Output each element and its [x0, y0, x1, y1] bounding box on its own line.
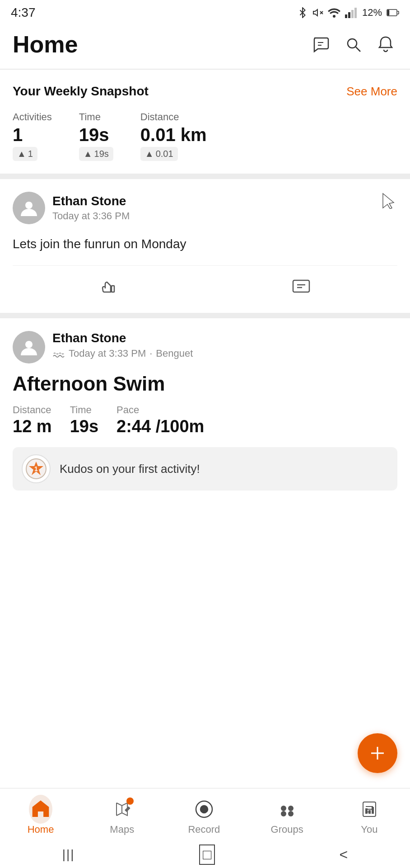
snapshot-header: Your Weekly Snapshot See More — [13, 84, 397, 99]
post-actions — [13, 265, 397, 304]
activity-pace-value: 2:44 /100m — [116, 417, 204, 436]
up-arrow-icon: ▲ — [145, 149, 154, 159]
svg-text:1: 1 — [34, 465, 38, 472]
activity-stats: Distance 12 m Time 19s Pace 2:44 /100m — [13, 404, 397, 436]
svg-point-30 — [200, 806, 208, 813]
svg-point-32 — [288, 806, 294, 811]
post-header: Ethan Stone Today at 3:36 PM — [13, 192, 397, 224]
stat-activities-value: 1 — [13, 125, 52, 145]
svg-point-31 — [281, 806, 286, 811]
activity-dot: · — [149, 348, 152, 359]
up-arrow-icon: ▲ — [84, 149, 93, 159]
nav-home-label: Home — [28, 824, 54, 835]
stat-time: Time 19s ▲ 19s — [79, 111, 113, 161]
nav-item-record[interactable]: Record — [181, 796, 227, 837]
nav-record-label: Record — [188, 824, 220, 835]
status-bar: 4:37 12% — [0, 0, 410, 24]
like-button[interactable] — [81, 273, 137, 300]
system-menu-button[interactable]: ||| — [62, 847, 75, 862]
svg-rect-18 — [112, 286, 114, 292]
bluetooth-icon — [297, 7, 308, 18]
stat-activities: Activities 1 ▲ 1 — [13, 111, 52, 161]
snapshot-stats: Activities 1 ▲ 1 Time 19s ▲ 19s Distance… — [13, 111, 397, 161]
mute-icon — [312, 7, 323, 18]
fab-add-button[interactable] — [358, 733, 397, 773]
nav-you-icon — [358, 797, 381, 821]
stat-distance-change: ▲ 0.01 — [140, 147, 178, 161]
nav-you-label: You — [361, 824, 377, 835]
system-back-button[interactable]: < — [340, 846, 348, 863]
section-divider-1 — [0, 174, 410, 179]
maps-notification-dot — [126, 797, 134, 805]
cursor-icon — [379, 192, 397, 210]
header-actions — [309, 33, 397, 56]
svg-rect-4 — [345, 14, 347, 18]
bottom-navigation: Home Maps Record — [0, 788, 410, 841]
system-home-button[interactable]: □ — [199, 844, 215, 865]
svg-marker-0 — [313, 9, 317, 16]
post-card: Ethan Stone Today at 3:36 PM Lets join t… — [0, 179, 410, 313]
snapshot-title: Your Weekly Snapshot — [13, 84, 149, 99]
battery-text: 12% — [362, 7, 382, 19]
notification-button[interactable] — [374, 33, 397, 56]
nav-groups-icon — [275, 797, 299, 821]
svg-rect-41 — [372, 807, 374, 814]
page-title: Home — [13, 31, 78, 58]
page-header: Home — [0, 24, 410, 69]
activity-time-value: 19s — [70, 417, 98, 436]
svg-rect-40 — [368, 810, 371, 814]
svg-point-33 — [281, 811, 286, 816]
svg-point-3 — [333, 15, 335, 18]
svg-rect-7 — [354, 8, 357, 18]
nav-item-home[interactable]: Home — [18, 796, 63, 837]
snapshot-section: Your Weekly Snapshot See More Activities… — [0, 70, 410, 174]
svg-rect-5 — [348, 12, 350, 18]
svg-rect-9 — [388, 10, 389, 15]
comment-button[interactable] — [273, 273, 329, 300]
stat-distance: Distance 0.01 km ▲ 0.01 — [140, 111, 207, 161]
nav-item-maps[interactable]: Maps — [99, 796, 144, 837]
badge-banner: 1 Kudos on your first activity! — [13, 447, 397, 491]
activity-distance-value: 12 m — [13, 417, 52, 436]
system-nav-bar: ||| □ < — [0, 841, 410, 868]
battery-icon — [387, 7, 399, 18]
search-button[interactable] — [341, 33, 365, 56]
activity-title: Afternoon Swim — [13, 373, 397, 395]
svg-point-15 — [348, 39, 357, 48]
nav-item-groups[interactable]: Groups — [264, 796, 311, 837]
activity-stat-time: Time 19s — [70, 404, 98, 436]
activity-time: Today at 3:33 PM — [69, 348, 146, 359]
post-user: Ethan Stone Today at 3:36 PM — [13, 192, 130, 224]
activity-meta: Today at 3:33 PM · Benguet — [52, 347, 193, 360]
stat-activities-label: Activities — [13, 111, 52, 123]
section-divider-2 — [0, 313, 410, 318]
activity-time-label: Time — [70, 404, 98, 416]
svg-point-22 — [25, 341, 33, 348]
stat-distance-value: 0.01 km — [140, 125, 207, 145]
activity-distance-label: Distance — [13, 404, 52, 416]
activity-stat-distance: Distance 12 m — [13, 404, 52, 436]
svg-rect-19 — [293, 280, 309, 292]
chat-button[interactable] — [309, 33, 332, 56]
see-more-button[interactable]: See More — [346, 85, 397, 99]
post-time: Today at 3:36 PM — [52, 210, 130, 222]
activity-user-info: Ethan Stone Today at 3:33 PM · Benguet — [52, 331, 193, 360]
up-arrow-icon: ▲ — [17, 149, 26, 159]
svg-rect-39 — [365, 808, 368, 814]
badge-icon: 1 — [22, 454, 51, 483]
activity-username: Ethan Stone — [52, 331, 193, 345]
post-user-info: Ethan Stone Today at 3:36 PM — [52, 194, 130, 222]
nav-maps-label: Maps — [110, 824, 134, 835]
nav-groups-label: Groups — [271, 824, 303, 835]
nav-maps-icon — [110, 797, 134, 821]
avatar — [13, 192, 45, 224]
activity-stat-pace: Pace 2:44 /100m — [116, 404, 204, 436]
svg-rect-6 — [351, 10, 354, 18]
svg-point-34 — [288, 811, 294, 816]
activity-card: Ethan Stone Today at 3:33 PM · Benguet A… — [0, 318, 410, 507]
status-time: 4:37 — [11, 5, 36, 20]
activity-pace-label: Pace — [116, 404, 204, 416]
stat-distance-label: Distance — [140, 111, 207, 123]
stat-activities-change: ▲ 1 — [13, 147, 37, 161]
nav-item-you[interactable]: You — [347, 796, 392, 837]
